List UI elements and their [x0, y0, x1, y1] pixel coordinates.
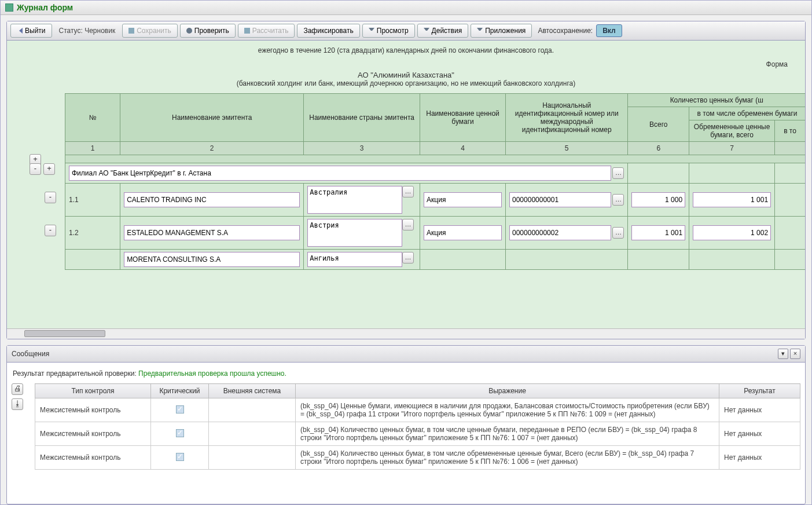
col-incl2: в то — [775, 120, 805, 142]
content-panel: Выйти Статус: Черновик Сохранить Провери… — [6, 21, 806, 339]
actions-button[interactable]: Действия — [417, 24, 469, 38]
lookup-button[interactable]: … — [402, 186, 414, 197]
form-scroll-area[interactable]: ежегодно в течение 120 (ста двадцати) ка… — [7, 41, 805, 328]
add-row-button[interactable]: + — [43, 163, 55, 175]
country-input[interactable] — [307, 252, 402, 267]
issuer-input[interactable] — [124, 192, 300, 207]
country-input[interactable] — [307, 219, 402, 247]
result-prefix: Результат предварительной проверки: — [13, 369, 138, 378]
issuer-input[interactable] — [124, 225, 300, 240]
horizontal-scrollbar[interactable] — [7, 328, 805, 339]
scrollbar-thumb[interactable] — [24, 330, 105, 337]
org-name: АО "Алюминий Казахстана" — [19, 71, 793, 79]
total-input[interactable] — [631, 192, 685, 207]
close-icon[interactable]: × — [790, 349, 800, 359]
attachments-button[interactable]: Приложения — [471, 24, 532, 38]
colnum — [775, 142, 805, 155]
check-label: Проверить — [194, 27, 229, 35]
critical-checkbox — [176, 405, 184, 413]
col-total: Всего — [628, 107, 689, 142]
issuer-input[interactable] — [124, 252, 300, 267]
col-issuer: Наименование эмитента — [120, 94, 304, 142]
enc-input[interactable] — [693, 192, 771, 207]
enc-input[interactable] — [693, 225, 771, 240]
msg-type: Межсистемный контроль — [35, 422, 151, 446]
msg-expr: (bk_ssp_04) Ценные бумаги, имеющиеся в н… — [296, 398, 719, 422]
download-button[interactable]: ⭳ — [12, 398, 23, 410]
messages-header: Сообщения ▾ × — [7, 346, 805, 363]
col-critical: Критический — [151, 384, 209, 398]
country-input[interactable] — [307, 186, 402, 214]
chevron-down-icon — [477, 28, 483, 34]
colnum: 2 — [120, 142, 304, 155]
fix-label: Зафиксировать — [303, 27, 353, 35]
title-bar: Журнал форм — [1, 1, 811, 15]
colnum: 3 — [304, 142, 420, 155]
print-button[interactable]: 🖨 — [12, 383, 23, 395]
msg-expr: (bk_ssp_04) Количество ценных бумаг, в т… — [296, 422, 719, 446]
msg-res: Нет данных — [719, 446, 800, 470]
msg-res: Нет данных — [719, 422, 800, 446]
colnum: 1 — [65, 142, 120, 155]
save-label: Сохранить — [137, 27, 171, 35]
msg-expr: (bk_ssp_04) Количество ценных бумаг, в т… — [296, 446, 719, 470]
table-row: - 1.2 … … — [65, 217, 806, 250]
remove-row-button[interactable]: - — [45, 192, 56, 203]
branch-row: -+ … — [65, 163, 806, 184]
collapse-icon[interactable]: ▾ — [778, 349, 788, 359]
status-label: Статус: Черновик — [54, 27, 120, 35]
actions-label: Действия — [432, 27, 462, 35]
check-result: Результат предварительной проверки: Пред… — [13, 369, 800, 378]
msg-ext — [209, 422, 296, 446]
col-qty-group: Количество ценных бумаг (ш — [628, 94, 805, 107]
exit-label: Выйти — [25, 27, 46, 35]
colnum: 6 — [628, 142, 689, 155]
save-icon — [128, 28, 134, 34]
lookup-button[interactable]: … — [612, 227, 624, 239]
lookup-button[interactable]: … — [402, 252, 414, 264]
save-button: Сохранить — [122, 24, 178, 38]
colnum: 7 — [689, 142, 775, 155]
col-security: Наименование ценной бумаги — [420, 94, 506, 142]
preview-label: Просмотр — [377, 27, 409, 35]
remove-row-button[interactable]: - — [30, 163, 41, 175]
forma-label: Форма — [19, 60, 793, 68]
col-type: Тип контроля — [35, 384, 151, 398]
col-natid: Национальный идентификационный номер или… — [506, 94, 628, 142]
colnum: 4 — [420, 142, 506, 155]
remove-row-button[interactable]: - — [45, 225, 56, 236]
check-button[interactable]: Проверить — [180, 24, 236, 38]
critical-checkbox — [176, 429, 184, 437]
natid-input[interactable] — [509, 225, 611, 240]
messages-panel: Сообщения ▾ × Результат предварительной … — [6, 345, 806, 504]
colnum: 5 — [506, 142, 628, 155]
msg-type: Межсистемный контроль — [35, 398, 151, 422]
table-row: … — [65, 250, 806, 270]
calc-icon — [244, 28, 250, 34]
col-ext: Внешняя система — [209, 384, 296, 398]
lookup-button[interactable]: … — [612, 167, 624, 179]
col-country: Наименование страны эмитента — [304, 94, 420, 142]
autosave-block: Автосохранение: Вкл — [538, 24, 622, 37]
security-input[interactable] — [424, 192, 502, 207]
toolbar: Выйти Статус: Черновик Сохранить Провери… — [7, 21, 805, 41]
chevron-down-icon — [369, 28, 374, 34]
message-row: Межсистемный контроль (bk_ssp_04) Ценные… — [35, 398, 800, 422]
gear-icon — [186, 28, 192, 34]
natid-input[interactable] — [509, 192, 611, 207]
msg-res: Нет данных — [719, 398, 800, 422]
calc-label: Рассчитать — [252, 27, 289, 35]
autosave-toggle[interactable]: Вкл — [596, 24, 622, 37]
branch-input[interactable] — [69, 166, 611, 181]
row-no: 1.1 — [69, 196, 79, 204]
security-input[interactable] — [424, 225, 502, 240]
total-input[interactable] — [631, 225, 685, 240]
preview-button[interactable]: Просмотр — [362, 24, 415, 38]
lookup-button[interactable]: … — [402, 219, 414, 230]
lookup-button[interactable]: … — [612, 194, 624, 206]
org-sub: (банковский холдинг или банк, имеющий до… — [19, 79, 793, 87]
exit-button[interactable]: Выйти — [10, 24, 52, 38]
col-encumbered: Обремененные ценные бумаги, всего — [689, 120, 775, 142]
fix-button[interactable]: Зафиксировать — [297, 24, 359, 38]
attachments-label: Приложения — [485, 27, 526, 35]
